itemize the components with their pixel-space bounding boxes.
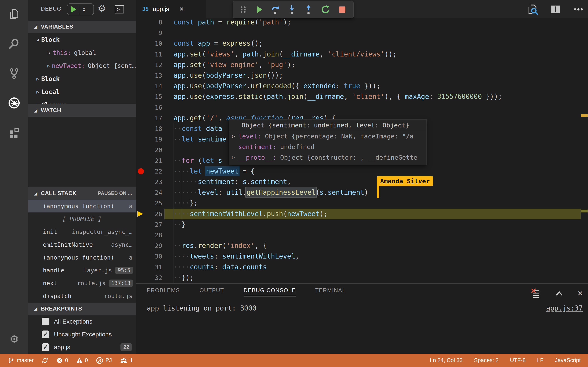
checkbox-checked[interactable]: ✓ bbox=[42, 343, 49, 351]
variables-scope-row[interactable]: ▷Local bbox=[28, 85, 136, 98]
code-text[interactable]: ··let sentime bbox=[173, 134, 226, 145]
status-item-javascript[interactable]: JavaScript bbox=[555, 357, 581, 364]
code-text[interactable]: ··for (let s bbox=[173, 155, 222, 166]
code-text[interactable]: ··} bbox=[173, 219, 186, 230]
code-text[interactable]: app.use(express.static(path.join(__dirna… bbox=[173, 91, 502, 102]
code-text[interactable]: const app = express(); bbox=[173, 38, 263, 49]
restart-button[interactable] bbox=[320, 4, 331, 15]
close-panel-icon[interactable]: ✕ bbox=[577, 289, 583, 298]
callstack-frame[interactable]: (anonymous function)a bbox=[28, 251, 136, 264]
search-icon[interactable] bbox=[0, 33, 28, 55]
status-item-utf-8[interactable]: UTF-8 bbox=[510, 357, 526, 364]
checkbox-checked[interactable]: ✓ bbox=[42, 331, 49, 338]
status-item-pj[interactable]: PJ bbox=[96, 357, 112, 364]
status-item-0[interactable]: 0 bbox=[56, 357, 68, 364]
property-name: __proto__: bbox=[238, 152, 277, 163]
breakpoint-dot[interactable] bbox=[138, 168, 144, 174]
code-text[interactable]: ······level: util.getHappinessLevel(s.se… bbox=[173, 187, 368, 198]
code-text[interactable]: app.use(bodyParser.json()); bbox=[173, 70, 283, 81]
code-text[interactable]: const path = require('path'); bbox=[173, 17, 291, 27]
breakpoint-row[interactable]: All Exceptions bbox=[28, 315, 136, 328]
status-item-spaces-2[interactable]: Spaces: 2 bbox=[474, 357, 499, 364]
variable-value: global bbox=[74, 49, 96, 56]
extensions-icon[interactable] bbox=[0, 121, 28, 144]
code-text[interactable]: ····tweets: sentimentWithLevel, bbox=[173, 251, 299, 262]
line-number: 8 bbox=[144, 17, 162, 27]
debug-icon[interactable] bbox=[0, 92, 28, 114]
tab-close-icon[interactable]: ✕ bbox=[179, 6, 184, 13]
variable-row[interactable]: ▷newTweet:Object {sent… bbox=[28, 59, 136, 72]
status-item-master[interactable]: master bbox=[8, 357, 34, 364]
callstack-section-header[interactable]: ◢ CALL STACK PAUSED ON ... bbox=[28, 187, 136, 200]
line-number: 22 bbox=[144, 166, 162, 176]
open-console-icon[interactable]: > bbox=[115, 5, 124, 13]
breakpoint-row[interactable]: ✓app.js22 bbox=[28, 341, 136, 354]
debug-start-button[interactable]: ▲▼ bbox=[67, 3, 94, 15]
code-text[interactable]: ······sentiment: s.sentiment, bbox=[173, 176, 291, 187]
variables-section-header[interactable]: ◢ VARIABLES bbox=[28, 21, 136, 33]
source-control-icon[interactable] bbox=[0, 62, 28, 85]
code-text[interactable]: app.set('views', path.join(__dirname, 'c… bbox=[173, 49, 397, 59]
continue-button[interactable] bbox=[253, 4, 264, 15]
variables-scope-row[interactable]: ◢Block bbox=[28, 33, 136, 46]
checkbox-unchecked[interactable] bbox=[42, 318, 49, 325]
property-name: sentiment: bbox=[238, 142, 277, 152]
search-editor-icon[interactable] bbox=[526, 3, 539, 16]
launch-config-selector[interactable]: ▲▼ bbox=[82, 7, 86, 12]
tooltip-property-row[interactable]: sentiment: undefined bbox=[229, 142, 426, 152]
status-item-0[interactable]: 0 bbox=[76, 357, 88, 364]
stop-button[interactable] bbox=[337, 4, 348, 15]
code-text[interactable]: ····let newTweet = { bbox=[173, 166, 255, 176]
tooltip-property-row[interactable]: ▷level: Object {percentage: NaN, faceIma… bbox=[229, 131, 426, 142]
console-source-link[interactable]: app.js:37 bbox=[546, 304, 583, 312]
variables-scope-row[interactable]: ▷Block bbox=[28, 72, 136, 85]
status-item-sync-icon[interactable] bbox=[42, 357, 48, 364]
configure-gear-icon[interactable]: ⚙ bbox=[98, 3, 106, 14]
status-item-1[interactable]: 1 bbox=[120, 357, 133, 364]
breakpoint-row[interactable]: ✓Uncaught Exceptions bbox=[28, 328, 136, 341]
code-text[interactable]: ····sentimentWithLevel.push(newTweet); bbox=[173, 209, 328, 219]
split-editor-icon[interactable] bbox=[550, 3, 562, 15]
breakpoints-section-header[interactable]: ◢ BREAKPOINTS bbox=[28, 303, 136, 315]
code-line: 30····tweets: sentimentWithLevel, bbox=[136, 251, 588, 262]
settings-gear-icon[interactable]: ⚙ bbox=[0, 330, 28, 348]
line-number: 11 bbox=[144, 49, 162, 59]
callstack-frame[interactable]: handlelayer.js95:5 bbox=[28, 264, 136, 277]
code-text[interactable]: ····counts: data.counts bbox=[173, 262, 267, 272]
maximize-panel-icon[interactable] bbox=[554, 288, 564, 299]
explorer-icon[interactable] bbox=[0, 3, 28, 25]
callstack-frame[interactable]: [ PROMISE ] bbox=[28, 212, 136, 225]
watch-section-header[interactable]: ◢ WATCH bbox=[28, 104, 136, 117]
code-text[interactable]: app.set('view engine', 'pug'); bbox=[173, 59, 295, 70]
step-over-button[interactable] bbox=[270, 4, 281, 15]
more-actions-icon[interactable] bbox=[572, 3, 584, 15]
callstack-frame[interactable]: initinspector_async_… bbox=[28, 225, 136, 238]
panel-tab-debug-console[interactable]: DEBUG CONSOLE bbox=[243, 287, 296, 296]
code-text[interactable]: ··const data bbox=[173, 123, 222, 134]
panel-tab-output[interactable]: OUTPUT bbox=[199, 287, 224, 296]
toolbar-drag-grip[interactable] bbox=[239, 4, 248, 15]
code-line: 8const path = require('path'); bbox=[136, 17, 588, 27]
clear-console-icon[interactable] bbox=[531, 288, 541, 299]
panel-tab-terminal[interactable]: TERMINAL bbox=[315, 287, 346, 296]
variable-row[interactable]: ▷this:global bbox=[28, 46, 136, 59]
panel-tab-problems[interactable]: PROBLEMS bbox=[147, 287, 180, 296]
status-item-lf[interactable]: LF bbox=[537, 357, 544, 364]
variable-name: this: bbox=[53, 49, 71, 56]
code-text[interactable]: ··res.render('index', { bbox=[173, 240, 267, 251]
tab-app-js[interactable]: JS app.js ✕ bbox=[136, 0, 206, 18]
status-item-ln-24-col-33[interactable]: Ln 24, Col 33 bbox=[430, 357, 463, 364]
callstack-frame[interactable]: emitInitNativeasync… bbox=[28, 238, 136, 251]
code-line: 16 bbox=[136, 102, 588, 113]
callstack-frame[interactable]: (anonymous function)a bbox=[28, 200, 136, 212]
code-text[interactable]: app.use(bodyParser.urlencoded({ extended… bbox=[173, 81, 380, 91]
callstack-frame[interactable]: dispatchroute.js bbox=[28, 290, 136, 302]
step-into-button[interactable] bbox=[287, 4, 298, 15]
variables-scope-row[interactable]: ▷Closure bbox=[28, 98, 136, 104]
code-text[interactable]: ··}); bbox=[173, 272, 194, 283]
step-out-button[interactable] bbox=[303, 4, 314, 15]
code-text[interactable]: ····}; bbox=[173, 198, 198, 208]
callstack-frame[interactable]: nextroute.js137:13 bbox=[28, 277, 136, 290]
tooltip-property-row[interactable]: ▷__proto__: Object {constructor: , __def… bbox=[229, 152, 426, 163]
variables-list: ◢Block▷this:global▷newTweet:Object {sent… bbox=[28, 33, 136, 104]
